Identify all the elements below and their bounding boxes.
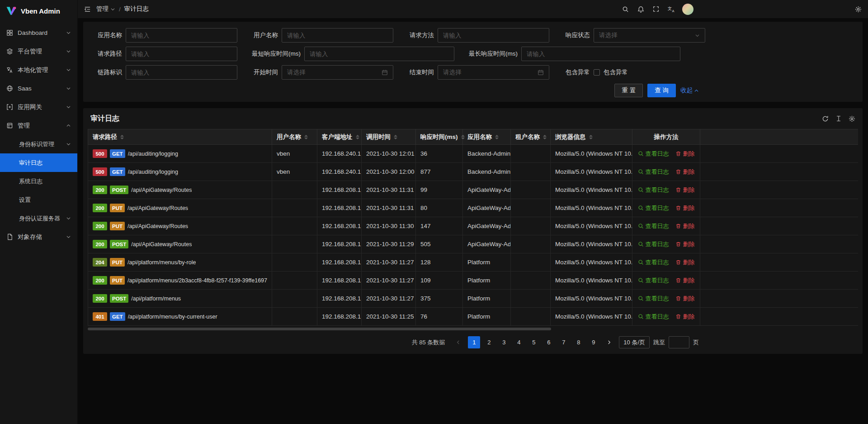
sidebar-item-identity[interactable]: 身份标识管理 [0, 135, 77, 153]
sorter-icon[interactable] [120, 135, 124, 139]
column-header-client[interactable]: 客户端地址 [317, 129, 362, 145]
sidebar-item-object-storage[interactable]: 对象存储 [0, 228, 77, 246]
user_name-input[interactable] [282, 28, 393, 43]
avatar[interactable] [682, 4, 693, 15]
locale-icon[interactable]: 文A [665, 3, 678, 15]
delete-button[interactable]: 删除 [675, 276, 695, 285]
reset-button[interactable]: 重 置 [614, 84, 643, 97]
start_time-picker[interactable]: 请选择 [282, 65, 393, 80]
query-button[interactable]: 查 询 [647, 84, 676, 97]
path-text: /api/ApiGateway/Routes [131, 241, 192, 248]
column-height-icon[interactable] [835, 115, 842, 122]
page-button-9[interactable]: 9 [587, 336, 599, 348]
sidebar-item-localization[interactable]: 本地化管理 [0, 61, 77, 79]
view-log-button[interactable]: 查看日志 [638, 150, 669, 158]
sidebar-item-dashboard[interactable]: Dashboard [0, 24, 77, 42]
next-page-button[interactable] [603, 336, 615, 348]
sidebar-item-audit-logs[interactable]: 审计日志 [0, 153, 77, 172]
sidebar-item-settings[interactable]: 设置 [0, 191, 77, 209]
sorter-icon[interactable] [394, 135, 397, 139]
column-header-user[interactable]: 用户名称 [272, 129, 317, 145]
column-header-tenant[interactable]: 租户名称 [511, 129, 551, 145]
page-button-4[interactable]: 4 [513, 336, 525, 348]
scrollbar-thumb[interactable] [88, 328, 551, 330]
delete-button[interactable]: 删除 [675, 258, 695, 267]
min_time-input[interactable] [304, 47, 454, 61]
column-header-app[interactable]: 应用名称 [463, 129, 511, 145]
view-log-button[interactable]: 查看日志 [638, 258, 669, 267]
path-content: 200POST/api/ApiGateway/Routes [93, 240, 267, 248]
column-header-label: 客户端地址 [322, 133, 353, 141]
end_time-picker[interactable]: 请选择 [438, 65, 549, 80]
http_status-select[interactable]: 请选择 [594, 28, 705, 43]
prev-page-button[interactable] [452, 336, 464, 348]
request_path-input[interactable] [126, 47, 237, 61]
settings-gear-icon[interactable] [855, 0, 862, 18]
sorter-icon[interactable] [495, 135, 499, 139]
delete-button[interactable]: 删除 [675, 295, 695, 303]
view-log-button[interactable]: 查看日志 [638, 240, 669, 248]
notification-bell-icon[interactable] [634, 3, 647, 15]
column-header-content: 客户端地址 [322, 133, 357, 141]
page-button-6[interactable]: 6 [542, 336, 555, 348]
sidebar-item-admin[interactable]: 管理 [0, 116, 77, 135]
fullscreen-icon[interactable] [650, 3, 662, 15]
page-button-1[interactable]: 1 [468, 336, 480, 348]
view-log-button[interactable]: 查看日志 [638, 313, 669, 321]
delete-button[interactable]: 删除 [675, 150, 695, 158]
view-log-button[interactable]: 查看日志 [638, 168, 669, 176]
app_name-input[interactable] [126, 28, 237, 43]
sorter-icon[interactable] [304, 135, 308, 139]
status-badge: 200 [93, 222, 107, 230]
page-button-3[interactable]: 3 [498, 336, 510, 348]
view-log-button[interactable]: 查看日志 [638, 204, 669, 212]
collapse-link[interactable]: 收起 [680, 86, 699, 95]
horizontal-scrollbar[interactable] [88, 327, 858, 331]
view-log-button[interactable]: 查看日志 [638, 222, 669, 230]
sidebar-item-saas[interactable]: Saas [0, 79, 77, 98]
delete-button[interactable]: 删除 [675, 313, 695, 321]
delete-button[interactable]: 删除 [675, 186, 695, 194]
column-header-browser[interactable]: 浏览器信息 [551, 129, 632, 145]
page-size-select[interactable]: 10 条/页 [619, 336, 650, 348]
column-header-path[interactable]: 请求路径 [88, 129, 272, 145]
sidebar-item-platform[interactable]: 平台管理 [0, 42, 77, 61]
page-button-7[interactable]: 7 [557, 336, 570, 348]
max_time-input[interactable] [521, 47, 680, 61]
delete-button[interactable]: 删除 [675, 168, 695, 176]
sorter-icon[interactable] [589, 135, 593, 139]
breadcrumb-item-parent[interactable]: 管理 [96, 5, 115, 13]
column-settings-icon[interactable] [849, 115, 855, 122]
column-header-duration[interactable]: 响应时间(ms) [416, 129, 463, 145]
sorter-icon[interactable] [461, 135, 465, 139]
delete-button[interactable]: 删除 [675, 204, 695, 212]
http_method-input[interactable] [438, 28, 549, 43]
sidebar-item-gateway[interactable]: 应用网关 [0, 98, 77, 116]
page-button-8[interactable]: 8 [572, 336, 585, 348]
delete-button[interactable]: 删除 [675, 240, 695, 248]
page-button-2[interactable]: 2 [483, 336, 495, 348]
menu-fold-icon[interactable] [84, 6, 91, 13]
sidebar-item-system-logs[interactable]: 系统日志 [0, 172, 77, 191]
view-log-button[interactable]: 查看日志 [638, 295, 669, 303]
sorter-icon[interactable] [543, 135, 547, 139]
view-log-button[interactable]: 查看日志 [638, 186, 669, 194]
view-log-button[interactable]: 查看日志 [638, 276, 669, 285]
column-header-time[interactable]: 调用时间 [362, 129, 416, 145]
page-button-5[interactable]: 5 [528, 336, 540, 348]
column-header-label: 浏览器信息 [555, 133, 586, 141]
cell-client: 192.168.240.1 [317, 163, 362, 181]
delete-button[interactable]: 删除 [675, 222, 695, 230]
column-header-content: 调用时间 [366, 133, 411, 141]
refresh-icon[interactable] [822, 115, 829, 122]
trace_id-input[interactable] [126, 65, 237, 80]
search-icon[interactable] [619, 3, 632, 15]
sidebar-item-auth-server[interactable]: 身份认证服务器 [0, 209, 77, 228]
has_exception-checkbox[interactable] [594, 69, 600, 76]
jump-page-input[interactable] [669, 336, 689, 348]
logo[interactable]: Vben Admin [0, 0, 77, 22]
calendar-icon [538, 69, 544, 76]
sorter-icon[interactable] [356, 135, 359, 139]
sidebar-item-label: 设置 [19, 196, 71, 204]
delete-label: 删除 [683, 204, 695, 212]
